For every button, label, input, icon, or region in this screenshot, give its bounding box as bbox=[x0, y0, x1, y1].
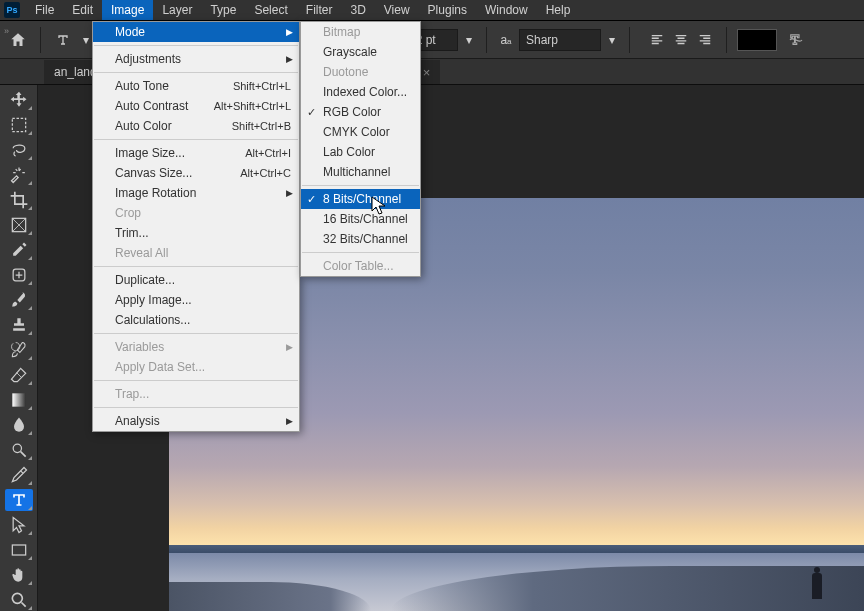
svg-point-4 bbox=[13, 444, 21, 452]
menu-file[interactable]: File bbox=[26, 0, 63, 20]
align-right-button[interactable] bbox=[694, 29, 716, 51]
crop-tool[interactable] bbox=[5, 189, 33, 211]
menu-3d[interactable]: 3D bbox=[341, 0, 374, 20]
menu-item-auto-color[interactable]: Auto ColorShift+Ctrl+B bbox=[93, 116, 299, 136]
stamp-tool[interactable] bbox=[5, 314, 33, 336]
menu-item-image-size[interactable]: Image Size...Alt+Ctrl+I bbox=[93, 143, 299, 163]
pen-tool[interactable] bbox=[5, 464, 33, 486]
menu-separator bbox=[94, 266, 298, 267]
anti-alias-dropdown[interactable]: ▾ bbox=[605, 33, 619, 47]
menu-shortcut: Alt+Ctrl+C bbox=[240, 167, 291, 179]
menu-item-canvas-size[interactable]: Canvas Size...Alt+Ctrl+C bbox=[93, 163, 299, 183]
menu-edit[interactable]: Edit bbox=[63, 0, 102, 20]
menu-filter[interactable]: Filter bbox=[297, 0, 342, 20]
type-tool[interactable] bbox=[5, 489, 33, 511]
menu-item-cmyk-color[interactable]: CMYK Color bbox=[301, 122, 420, 142]
menu-item-label: Image Rotation bbox=[115, 186, 196, 200]
menu-item-auto-tone[interactable]: Auto ToneShift+Ctrl+L bbox=[93, 76, 299, 96]
history-brush-tool[interactable] bbox=[5, 339, 33, 361]
anti-alias-value: Sharp bbox=[526, 33, 558, 47]
wand-tool[interactable] bbox=[5, 164, 33, 186]
collapse-chevron-icon[interactable]: » bbox=[4, 26, 9, 36]
move-tool[interactable] bbox=[5, 89, 33, 111]
menu-item-label: Trap... bbox=[115, 387, 149, 401]
menu-item-duotone: Duotone bbox=[301, 62, 420, 82]
menu-item-trim[interactable]: Trim... bbox=[93, 223, 299, 243]
text-align-group bbox=[646, 29, 716, 51]
menu-item-variables: Variables▶ bbox=[93, 337, 299, 357]
brush-tool[interactable] bbox=[5, 289, 33, 311]
menu-item-reveal-all: Reveal All bbox=[93, 243, 299, 263]
hand-tool[interactable] bbox=[5, 564, 33, 586]
blur-tool[interactable] bbox=[5, 414, 33, 436]
eraser-tool[interactable] bbox=[5, 364, 33, 386]
menu-item-8-bits-channel[interactable]: ✓8 Bits/Channel bbox=[301, 189, 420, 209]
tool-preset-dropdown[interactable]: ▾ bbox=[79, 33, 93, 47]
marquee-icon bbox=[9, 115, 29, 135]
healing-tool[interactable] bbox=[5, 264, 33, 286]
menu-item-label: Analysis bbox=[115, 414, 160, 428]
menu-item-mode[interactable]: Mode▶ bbox=[93, 22, 299, 42]
font-size-dropdown[interactable]: ▾ bbox=[462, 33, 476, 47]
menu-help[interactable]: Help bbox=[537, 0, 580, 20]
align-center-button[interactable] bbox=[670, 29, 692, 51]
menu-item-label: Indexed Color... bbox=[323, 85, 407, 99]
move-icon bbox=[9, 90, 29, 110]
menu-item-rgb-color[interactable]: ✓RGB Color bbox=[301, 102, 420, 122]
gradient-tool[interactable] bbox=[5, 389, 33, 411]
dodge-tool[interactable] bbox=[5, 439, 33, 461]
menu-item-label: Auto Contrast bbox=[115, 99, 188, 113]
lasso-tool[interactable] bbox=[5, 139, 33, 161]
menu-item-16-bits-channel[interactable]: 16 Bits/Channel bbox=[301, 209, 420, 229]
menu-plugins[interactable]: Plugins bbox=[419, 0, 476, 20]
menu-item-label: Color Table... bbox=[323, 259, 393, 273]
svg-point-6 bbox=[12, 593, 22, 603]
anti-alias-field[interactable]: Sharp bbox=[519, 29, 601, 51]
close-tab-button[interactable]: × bbox=[423, 65, 431, 80]
menu-item-grayscale[interactable]: Grayscale bbox=[301, 42, 420, 62]
menu-shortcut: Alt+Shift+Ctrl+L bbox=[214, 100, 291, 112]
align-left-button[interactable] bbox=[646, 29, 668, 51]
menu-item-auto-contrast[interactable]: Auto ContrastAlt+Shift+Ctrl+L bbox=[93, 96, 299, 116]
blur-icon bbox=[9, 415, 29, 435]
menu-layer[interactable]: Layer bbox=[153, 0, 201, 20]
menu-window[interactable]: Window bbox=[476, 0, 537, 20]
menu-separator bbox=[302, 252, 419, 253]
menu-view[interactable]: View bbox=[375, 0, 419, 20]
rectangle-tool[interactable] bbox=[5, 539, 33, 561]
menu-item-32-bits-channel[interactable]: 32 Bits/Channel bbox=[301, 229, 420, 249]
menu-item-calculations[interactable]: Calculations... bbox=[93, 310, 299, 330]
warp-text-button[interactable] bbox=[785, 31, 807, 49]
marquee-tool[interactable] bbox=[5, 114, 33, 136]
menu-item-label: Duotone bbox=[323, 65, 368, 79]
zoom-tool[interactable] bbox=[5, 589, 33, 611]
document-tab-label: an_land bbox=[54, 65, 97, 79]
home-button[interactable] bbox=[6, 28, 30, 52]
menu-image[interactable]: Image bbox=[102, 0, 153, 20]
menu-item-label: Mode bbox=[115, 25, 145, 39]
path-select-tool[interactable] bbox=[5, 514, 33, 536]
menu-item-label: Multichannel bbox=[323, 165, 390, 179]
menu-type[interactable]: Type bbox=[201, 0, 245, 20]
menu-item-analysis[interactable]: Analysis▶ bbox=[93, 411, 299, 431]
menu-select[interactable]: Select bbox=[245, 0, 296, 20]
menu-item-multichannel[interactable]: Multichannel bbox=[301, 162, 420, 182]
frame-tool[interactable] bbox=[5, 214, 33, 236]
tool-preset[interactable] bbox=[51, 28, 75, 52]
frame-icon bbox=[9, 215, 29, 235]
menu-item-lab-color[interactable]: Lab Color bbox=[301, 142, 420, 162]
crop-icon bbox=[9, 190, 29, 210]
pen-icon bbox=[9, 465, 29, 485]
menu-item-indexed-color[interactable]: Indexed Color... bbox=[301, 82, 420, 102]
menu-item-duplicate[interactable]: Duplicate... bbox=[93, 270, 299, 290]
wand-icon bbox=[9, 165, 29, 185]
text-color-swatch[interactable] bbox=[737, 29, 777, 51]
menu-item-label: Apply Image... bbox=[115, 293, 192, 307]
image-person bbox=[812, 573, 822, 599]
menu-item-apply-image[interactable]: Apply Image... bbox=[93, 290, 299, 310]
menu-item-image-rotation[interactable]: Image Rotation▶ bbox=[93, 183, 299, 203]
menu-item-adjustments[interactable]: Adjustments▶ bbox=[93, 49, 299, 69]
warp-text-icon bbox=[787, 31, 805, 49]
eyedropper-tool[interactable] bbox=[5, 239, 33, 261]
menu-item-label: Adjustments bbox=[115, 52, 181, 66]
